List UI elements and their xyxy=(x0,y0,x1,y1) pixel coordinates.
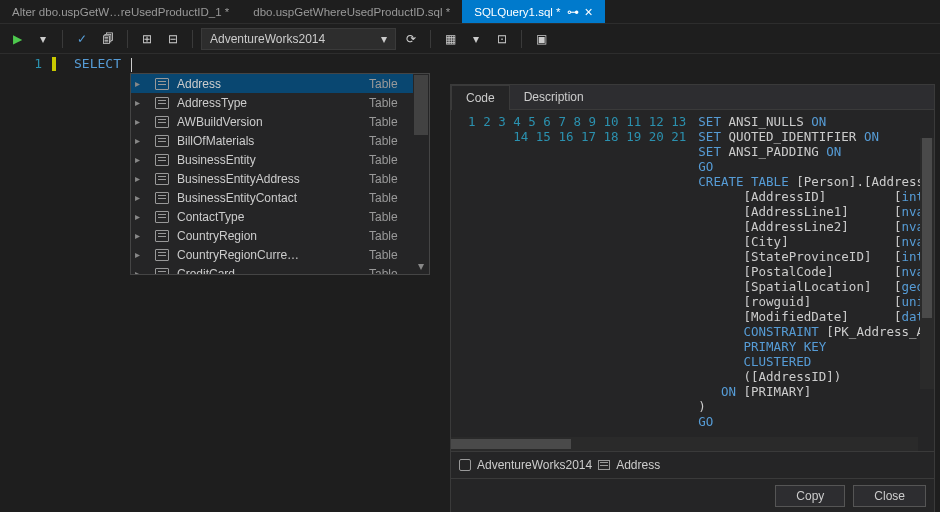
database-selector[interactable]: AdventureWorks2014 ▾ xyxy=(201,28,396,50)
editor-area: 1 SELECT ▸AddressTable▸AddressTypeTable▸… xyxy=(0,54,940,512)
item-name: AWBuildVersion xyxy=(177,115,361,129)
expand-icon[interactable]: ▸ xyxy=(135,154,147,165)
preview-buttons: Copy Close xyxy=(451,478,934,512)
close-button[interactable]: Close xyxy=(853,485,926,507)
intellisense-popup[interactable]: ▸AddressTable▸AddressTypeTable▸AWBuildVe… xyxy=(130,73,430,275)
layout-button[interactable]: ⊡ xyxy=(491,28,513,50)
item-name: BusinessEntityContact xyxy=(177,191,361,205)
intellisense-item[interactable]: ▸AddressTypeTable xyxy=(131,93,413,112)
item-name: AddressType xyxy=(177,96,361,110)
horizontal-scrollbar[interactable] xyxy=(451,437,918,451)
refresh-button[interactable]: ⟳ xyxy=(400,28,422,50)
intellisense-item[interactable]: ▸CreditCardTable xyxy=(131,264,413,274)
item-name: BillOfMaterials xyxy=(177,134,361,148)
preview-tabs: Code Description xyxy=(451,85,934,110)
expand-icon[interactable]: ▸ xyxy=(135,116,147,127)
database-icon xyxy=(459,459,471,471)
intellisense-item[interactable]: ▸BillOfMaterialsTable xyxy=(131,131,413,150)
item-name: CountryRegionCurre… xyxy=(177,248,361,262)
table-icon xyxy=(155,116,169,128)
copy-button[interactable]: Copy xyxy=(775,485,845,507)
dropdown-icon[interactable]: ▾ xyxy=(32,28,54,50)
item-name: BusinessEntity xyxy=(177,153,361,167)
sql-keyword: SELECT xyxy=(74,56,129,71)
execute-button[interactable]: ▶ xyxy=(6,28,28,50)
modified-marker xyxy=(52,57,56,71)
window-button[interactable]: ▣ xyxy=(530,28,552,50)
explain-button[interactable]: 🗐 xyxy=(97,28,119,50)
object-preview-panel: Code Description 1 2 3 4 5 6 7 8 9 10 11… xyxy=(450,84,935,512)
tab-label: Alter dbo.uspGetW…reUsedProductID_1 * xyxy=(12,6,229,18)
file-tab-3[interactable]: SQLQuery1.sql * ⊶ × xyxy=(462,0,604,23)
intellisense-item[interactable]: ▸CountryRegionCurre…Table xyxy=(131,245,413,264)
line-gutter: 1 xyxy=(0,54,50,512)
code-line[interactable]: SELECT xyxy=(74,56,132,72)
toggle-button-1[interactable]: ⊞ xyxy=(136,28,158,50)
item-type: Table xyxy=(369,153,409,167)
close-icon[interactable]: × xyxy=(585,5,593,19)
scrollbar-thumb[interactable] xyxy=(414,75,428,135)
item-name: BusinessEntityAddress xyxy=(177,172,361,186)
item-type: Table xyxy=(369,267,409,275)
item-type: Table xyxy=(369,229,409,243)
tab-label: SQLQuery1.sql * xyxy=(474,6,560,18)
item-name: CreditCard xyxy=(177,267,361,275)
expand-icon[interactable]: ▸ xyxy=(135,173,147,184)
preview-lines: SET ANSI_NULLS ONSET QUOTED_IDENTIFIER O… xyxy=(692,110,934,451)
expand-icon[interactable]: ▸ xyxy=(135,249,147,260)
preview-gutter: 1 2 3 4 5 6 7 8 9 10 11 12 13 14 15 16 1… xyxy=(451,110,692,451)
item-type: Table xyxy=(369,96,409,110)
dropdown-2-icon[interactable]: ▾ xyxy=(465,28,487,50)
expand-icon[interactable]: ▸ xyxy=(135,211,147,222)
item-name: Address xyxy=(177,77,361,91)
item-type: Table xyxy=(369,134,409,148)
intellisense-item[interactable]: ▸CountryRegionTable xyxy=(131,226,413,245)
tab-code[interactable]: Code xyxy=(451,85,510,110)
intellisense-item[interactable]: ▸BusinessEntityAddressTable xyxy=(131,169,413,188)
scroll-down-icon[interactable]: ▾ xyxy=(414,259,428,273)
file-tab-2[interactable]: dbo.uspGetWhereUsedProductID.sql * xyxy=(241,0,462,23)
footer-table: Address xyxy=(616,458,660,472)
parse-button[interactable]: ✓ xyxy=(71,28,93,50)
vertical-scrollbar[interactable] xyxy=(920,138,934,389)
intellisense-item[interactable]: ▸AWBuildVersionTable xyxy=(131,112,413,131)
item-type: Table xyxy=(369,210,409,224)
preview-footer: AdventureWorks2014 Address xyxy=(451,451,934,478)
file-tab-1[interactable]: Alter dbo.uspGetW…reUsedProductID_1 * xyxy=(0,0,241,23)
expand-icon[interactable]: ▸ xyxy=(135,97,147,108)
item-type: Table xyxy=(369,248,409,262)
pin-icon[interactable]: ⊶ xyxy=(567,5,579,19)
item-type: Table xyxy=(369,77,409,91)
expand-icon[interactable]: ▸ xyxy=(135,78,147,89)
preview-code-area[interactable]: 1 2 3 4 5 6 7 8 9 10 11 12 13 14 15 16 1… xyxy=(451,110,934,451)
expand-icon[interactable]: ▸ xyxy=(135,230,147,241)
table-icon xyxy=(155,78,169,90)
intellisense-item[interactable]: ▸BusinessEntityContactTable xyxy=(131,188,413,207)
intellisense-item[interactable]: ▸ContactTypeTable xyxy=(131,207,413,226)
table-icon xyxy=(155,154,169,166)
intellisense-item[interactable]: ▸AddressTable xyxy=(131,74,413,93)
grid-button[interactable]: ▦ xyxy=(439,28,461,50)
item-type: Table xyxy=(369,191,409,205)
toolbar: ▶ ▾ ✓ 🗐 ⊞ ⊟ AdventureWorks2014 ▾ ⟳ ▦ ▾ ⊡… xyxy=(0,24,940,54)
table-icon xyxy=(155,173,169,185)
text-cursor xyxy=(131,58,132,72)
expand-icon[interactable]: ▸ xyxy=(135,192,147,203)
item-type: Table xyxy=(369,172,409,186)
table-icon xyxy=(598,460,610,470)
tab-description[interactable]: Description xyxy=(510,85,598,109)
item-name: ContactType xyxy=(177,210,361,224)
database-name: AdventureWorks2014 xyxy=(210,32,325,46)
table-icon xyxy=(155,230,169,242)
table-icon xyxy=(155,192,169,204)
expand-icon[interactable]: ▸ xyxy=(135,135,147,146)
table-icon xyxy=(155,249,169,261)
intellisense-item[interactable]: ▸BusinessEntityTable xyxy=(131,150,413,169)
tab-label: dbo.uspGetWhereUsedProductID.sql * xyxy=(253,6,450,18)
chevron-down-icon: ▾ xyxy=(381,32,387,46)
expand-icon[interactable]: ▸ xyxy=(135,268,147,274)
table-icon xyxy=(155,268,169,275)
table-icon xyxy=(155,211,169,223)
file-tabs: Alter dbo.uspGetW…reUsedProductID_1 * db… xyxy=(0,0,940,24)
toggle-button-2[interactable]: ⊟ xyxy=(162,28,184,50)
